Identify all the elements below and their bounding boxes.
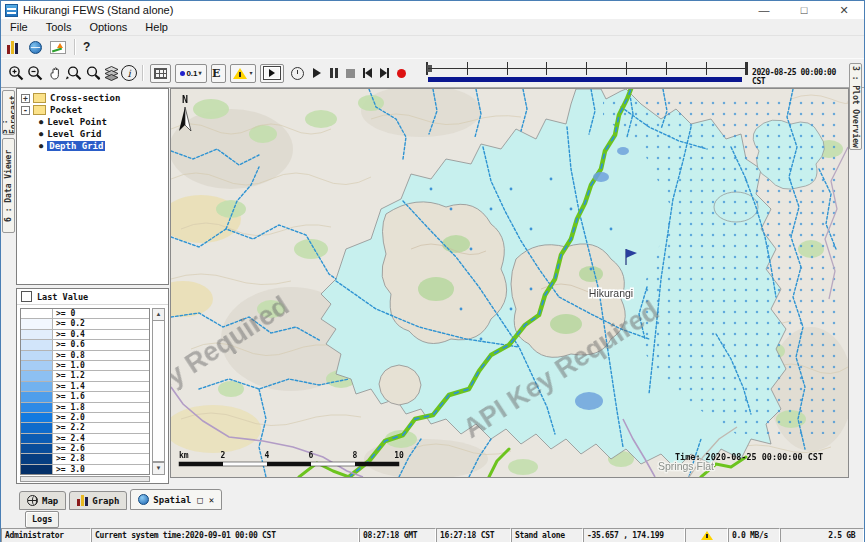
grid-display-button[interactable] [150, 64, 171, 83]
tree-node-label: Level Point [47, 117, 107, 127]
legend-color-swatch [21, 330, 53, 339]
timeseries-icon[interactable] [50, 41, 66, 54]
warnings-dropdown[interactable]: ▾ [230, 64, 256, 83]
legend-row[interactable]: >= 1.0 [21, 361, 149, 371]
legend-row-label: >= 1.6 [53, 392, 85, 401]
tab-spatial[interactable]: Spatial □ ✕ [130, 489, 222, 510]
sidebar-tab-forecast[interactable]: 5 : Forecast [2, 90, 15, 135]
scroll-down-icon[interactable]: ▼ [153, 462, 164, 474]
record-button[interactable] [393, 63, 410, 83]
menu-bar: FileToolsOptionsHelp [1, 19, 864, 36]
tree-node-pocket[interactable]: - Pocket [17, 104, 168, 116]
legend-row-label: >= 1.4 [53, 382, 85, 391]
legend-color-swatch [21, 371, 53, 380]
zoom-next-icon[interactable] [83, 63, 102, 83]
status-transfer-rate: 0.0 MB/s [728, 528, 780, 542]
status-system-time: Current system time:2020-09-01 00:00 CST [91, 528, 359, 542]
map-view[interactable]: API Key Required API Key Required N km 2… [170, 88, 849, 478]
sidebar-tab-data-viewer[interactable]: 6 : Data Viewer [2, 138, 15, 233]
logs-button[interactable]: Logs [25, 511, 59, 528]
legend-row[interactable]: >= 1.6 [21, 392, 149, 402]
legend-row[interactable]: >= 2.2 [21, 423, 149, 433]
pan-hand-icon[interactable] [45, 63, 64, 83]
legend-scrollbar[interactable]: ▲ ▼ [152, 308, 165, 475]
svg-text:6: 6 [309, 451, 314, 460]
sidebar-tab-plot-overview[interactable]: 3 : Plot Overview [849, 63, 862, 150]
classification-dropdown[interactable]: 0.1 ▾ [175, 64, 207, 83]
legend-table: >= 0 >= 0.2 >= 0.4 >= 0.6 >= 0.8 >= 1.0 … [20, 308, 150, 475]
close-tab-icon[interactable]: ✕ [209, 495, 214, 505]
last-value-checkbox[interactable] [21, 291, 32, 302]
menu-item[interactable]: Options [80, 20, 136, 34]
status-gmt-time: 08:27:18 GMT [359, 528, 436, 542]
legend-row[interactable]: >= 0.8 [21, 351, 149, 361]
time-slider-ruler[interactable] [426, 62, 748, 75]
map-canvas[interactable]: API Key Required API Key Required N km 2… [171, 89, 848, 477]
legend-row[interactable]: >= 2.4 [21, 434, 149, 444]
scrollbar-thumb[interactable] [153, 321, 164, 462]
legend-row[interactable]: >= 2.8 [21, 454, 149, 464]
time-slider[interactable] [426, 62, 748, 84]
menu-item[interactable]: Tools [37, 20, 81, 34]
time-slider-range-bar [428, 77, 742, 82]
skip-to-end-button[interactable] [376, 63, 393, 83]
explorer-icon[interactable] [7, 41, 21, 54]
skip-to-start-button[interactable] [359, 63, 376, 83]
legend-row[interactable]: >= 2.0 [21, 413, 149, 423]
bullet-icon: ● [39, 142, 43, 150]
tree-node-label: Pocket [50, 105, 83, 115]
legend-row[interactable]: >= 3.0 [21, 465, 149, 475]
status-local-time: 16:27:18 CST [436, 528, 511, 542]
status-bar: Administrator Current system time:2020-0… [1, 528, 864, 542]
tree-node-cross-section[interactable]: + Cross-section [17, 92, 168, 104]
town-label: Hikurangi [589, 287, 633, 299]
folder-icon [33, 105, 46, 115]
legend-row[interactable]: >= 1.4 [21, 382, 149, 392]
scroll-up-icon[interactable]: ▲ [153, 309, 164, 321]
zoom-previous-icon[interactable] [64, 63, 83, 83]
tab-graph[interactable]: Graph [69, 491, 127, 510]
expand-icon[interactable]: + [21, 94, 30, 103]
pause-button[interactable] [325, 63, 342, 83]
help-icon[interactable]: ? [83, 40, 90, 54]
detach-tab-icon[interactable]: □ [197, 495, 202, 505]
legend-color-swatch [21, 392, 53, 401]
legend-row[interactable]: >= 0.2 [21, 319, 149, 329]
tree-node-label-selected: Depth Grid [47, 141, 105, 151]
legend-row[interactable]: >= 1.2 [21, 371, 149, 381]
legend-row[interactable]: >= 0 [21, 309, 149, 319]
minimize-button[interactable]: — [744, 1, 784, 19]
map-display-icon[interactable] [29, 41, 42, 54]
legend-row[interactable]: >= 1.8 [21, 403, 149, 413]
legend-color-swatch [21, 319, 53, 328]
menu-item[interactable]: Help [136, 20, 177, 34]
animation-timer-icon[interactable] [286, 63, 308, 83]
maximize-button[interactable]: □ [784, 1, 824, 19]
legend-row[interactable]: >= 0.6 [21, 340, 149, 350]
zoom-in-icon[interactable] [7, 63, 26, 83]
legend-row-label: >= 3.0 [53, 465, 85, 474]
legend-row-label: >= 0.6 [53, 340, 85, 349]
movie-export-button[interactable] [260, 64, 284, 83]
legend-row[interactable]: >= 2.6 [21, 444, 149, 454]
close-button[interactable]: ✕ [824, 1, 864, 19]
layers-icon[interactable] [102, 63, 121, 83]
collapse-icon[interactable]: - [21, 106, 30, 115]
tree-node-level-grid[interactable]: ● Level Grid [17, 128, 168, 140]
time-slider-handle[interactable] [427, 65, 432, 72]
menu-item[interactable]: File [1, 20, 37, 34]
play-button[interactable] [308, 63, 325, 83]
legend-hscrollbar[interactable] [20, 476, 150, 482]
legend-row[interactable]: >= 0.4 [21, 330, 149, 340]
zoom-out-icon[interactable] [26, 63, 45, 83]
status-warning[interactable] [685, 528, 728, 542]
tab-map[interactable]: Map [19, 491, 66, 510]
tree-node-level-point[interactable]: ● Level Point [17, 116, 168, 128]
status-memory: 2.5 GB [780, 528, 864, 542]
tree-node-depth-grid[interactable]: ● Depth Grid [17, 140, 168, 152]
stop-button[interactable] [342, 63, 359, 83]
app-logo-icon [5, 4, 18, 17]
app-window: Hikurangi FEWS (Stand alone) — □ ✕ FileT… [0, 0, 865, 542]
scale-bar-button[interactable]: E [211, 64, 226, 83]
info-icon[interactable]: i [121, 65, 137, 81]
